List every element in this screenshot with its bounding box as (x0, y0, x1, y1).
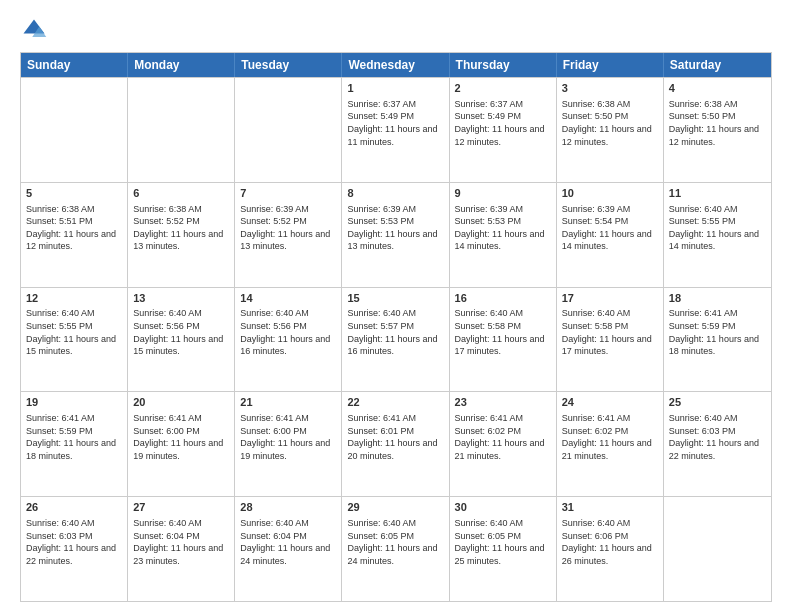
calendar-day-26: 26Sunrise: 6:40 AM Sunset: 6:03 PM Dayli… (21, 497, 128, 601)
day-info: Sunrise: 6:40 AM Sunset: 5:55 PM Dayligh… (669, 203, 766, 253)
day-info: Sunrise: 6:40 AM Sunset: 6:05 PM Dayligh… (347, 517, 443, 567)
day-info: Sunrise: 6:41 AM Sunset: 6:02 PM Dayligh… (562, 412, 658, 462)
day-info: Sunrise: 6:38 AM Sunset: 5:50 PM Dayligh… (562, 98, 658, 148)
day-info: Sunrise: 6:40 AM Sunset: 6:06 PM Dayligh… (562, 517, 658, 567)
calendar-header-friday: Friday (557, 53, 664, 77)
calendar-day-22: 22Sunrise: 6:41 AM Sunset: 6:01 PM Dayli… (342, 392, 449, 496)
calendar-day-14: 14Sunrise: 6:40 AM Sunset: 5:56 PM Dayli… (235, 288, 342, 392)
day-number: 29 (347, 500, 443, 515)
day-number: 20 (133, 395, 229, 410)
calendar-header-wednesday: Wednesday (342, 53, 449, 77)
logo-icon (20, 16, 48, 44)
day-info: Sunrise: 6:40 AM Sunset: 5:58 PM Dayligh… (562, 307, 658, 357)
calendar-day-13: 13Sunrise: 6:40 AM Sunset: 5:56 PM Dayli… (128, 288, 235, 392)
day-info: Sunrise: 6:38 AM Sunset: 5:51 PM Dayligh… (26, 203, 122, 253)
calendar-header-tuesday: Tuesday (235, 53, 342, 77)
day-number: 4 (669, 81, 766, 96)
calendar-day-24: 24Sunrise: 6:41 AM Sunset: 6:02 PM Dayli… (557, 392, 664, 496)
calendar-day-18: 18Sunrise: 6:41 AM Sunset: 5:59 PM Dayli… (664, 288, 771, 392)
day-number: 31 (562, 500, 658, 515)
day-info: Sunrise: 6:38 AM Sunset: 5:52 PM Dayligh… (133, 203, 229, 253)
day-number: 18 (669, 291, 766, 306)
calendar-week-4: 19Sunrise: 6:41 AM Sunset: 5:59 PM Dayli… (21, 391, 771, 496)
logo (20, 16, 52, 44)
calendar-day-6: 6Sunrise: 6:38 AM Sunset: 5:52 PM Daylig… (128, 183, 235, 287)
day-info: Sunrise: 6:41 AM Sunset: 5:59 PM Dayligh… (26, 412, 122, 462)
day-info: Sunrise: 6:39 AM Sunset: 5:52 PM Dayligh… (240, 203, 336, 253)
calendar-day-4: 4Sunrise: 6:38 AM Sunset: 5:50 PM Daylig… (664, 78, 771, 182)
day-info: Sunrise: 6:40 AM Sunset: 5:55 PM Dayligh… (26, 307, 122, 357)
day-number: 9 (455, 186, 551, 201)
calendar-day-12: 12Sunrise: 6:40 AM Sunset: 5:55 PM Dayli… (21, 288, 128, 392)
calendar-empty-cell (128, 78, 235, 182)
day-info: Sunrise: 6:40 AM Sunset: 5:56 PM Dayligh… (240, 307, 336, 357)
day-number: 14 (240, 291, 336, 306)
page: SundayMondayTuesdayWednesdayThursdayFrid… (0, 0, 792, 612)
calendar-day-21: 21Sunrise: 6:41 AM Sunset: 6:00 PM Dayli… (235, 392, 342, 496)
day-number: 22 (347, 395, 443, 410)
day-info: Sunrise: 6:40 AM Sunset: 6:03 PM Dayligh… (26, 517, 122, 567)
calendar-day-8: 8Sunrise: 6:39 AM Sunset: 5:53 PM Daylig… (342, 183, 449, 287)
calendar-day-17: 17Sunrise: 6:40 AM Sunset: 5:58 PM Dayli… (557, 288, 664, 392)
day-info: Sunrise: 6:40 AM Sunset: 5:57 PM Dayligh… (347, 307, 443, 357)
day-number: 2 (455, 81, 551, 96)
day-info: Sunrise: 6:40 AM Sunset: 6:05 PM Dayligh… (455, 517, 551, 567)
day-info: Sunrise: 6:39 AM Sunset: 5:53 PM Dayligh… (347, 203, 443, 253)
day-number: 5 (26, 186, 122, 201)
day-number: 25 (669, 395, 766, 410)
day-info: Sunrise: 6:40 AM Sunset: 6:04 PM Dayligh… (133, 517, 229, 567)
calendar-header-row: SundayMondayTuesdayWednesdayThursdayFrid… (21, 53, 771, 77)
day-number: 27 (133, 500, 229, 515)
day-info: Sunrise: 6:41 AM Sunset: 6:00 PM Dayligh… (133, 412, 229, 462)
day-number: 6 (133, 186, 229, 201)
calendar-day-9: 9Sunrise: 6:39 AM Sunset: 5:53 PM Daylig… (450, 183, 557, 287)
day-number: 30 (455, 500, 551, 515)
day-info: Sunrise: 6:41 AM Sunset: 5:59 PM Dayligh… (669, 307, 766, 357)
day-number: 16 (455, 291, 551, 306)
calendar-header-sunday: Sunday (21, 53, 128, 77)
day-number: 7 (240, 186, 336, 201)
calendar-empty-cell (21, 78, 128, 182)
day-info: Sunrise: 6:40 AM Sunset: 5:58 PM Dayligh… (455, 307, 551, 357)
calendar-header-saturday: Saturday (664, 53, 771, 77)
day-number: 28 (240, 500, 336, 515)
day-number: 17 (562, 291, 658, 306)
calendar-day-16: 16Sunrise: 6:40 AM Sunset: 5:58 PM Dayli… (450, 288, 557, 392)
calendar-day-15: 15Sunrise: 6:40 AM Sunset: 5:57 PM Dayli… (342, 288, 449, 392)
day-info: Sunrise: 6:40 AM Sunset: 5:56 PM Dayligh… (133, 307, 229, 357)
day-number: 10 (562, 186, 658, 201)
calendar-week-5: 26Sunrise: 6:40 AM Sunset: 6:03 PM Dayli… (21, 496, 771, 601)
day-number: 11 (669, 186, 766, 201)
calendar-day-5: 5Sunrise: 6:38 AM Sunset: 5:51 PM Daylig… (21, 183, 128, 287)
calendar-header-monday: Monday (128, 53, 235, 77)
day-info: Sunrise: 6:41 AM Sunset: 6:00 PM Dayligh… (240, 412, 336, 462)
calendar-day-27: 27Sunrise: 6:40 AM Sunset: 6:04 PM Dayli… (128, 497, 235, 601)
day-info: Sunrise: 6:37 AM Sunset: 5:49 PM Dayligh… (455, 98, 551, 148)
day-number: 21 (240, 395, 336, 410)
calendar-day-28: 28Sunrise: 6:40 AM Sunset: 6:04 PM Dayli… (235, 497, 342, 601)
calendar-week-3: 12Sunrise: 6:40 AM Sunset: 5:55 PM Dayli… (21, 287, 771, 392)
day-number: 12 (26, 291, 122, 306)
calendar-body: 1Sunrise: 6:37 AM Sunset: 5:49 PM Daylig… (21, 77, 771, 601)
calendar-day-3: 3Sunrise: 6:38 AM Sunset: 5:50 PM Daylig… (557, 78, 664, 182)
calendar: SundayMondayTuesdayWednesdayThursdayFrid… (20, 52, 772, 602)
calendar-day-10: 10Sunrise: 6:39 AM Sunset: 5:54 PM Dayli… (557, 183, 664, 287)
calendar-week-1: 1Sunrise: 6:37 AM Sunset: 5:49 PM Daylig… (21, 77, 771, 182)
calendar-day-20: 20Sunrise: 6:41 AM Sunset: 6:00 PM Dayli… (128, 392, 235, 496)
day-info: Sunrise: 6:39 AM Sunset: 5:53 PM Dayligh… (455, 203, 551, 253)
day-number: 24 (562, 395, 658, 410)
calendar-day-7: 7Sunrise: 6:39 AM Sunset: 5:52 PM Daylig… (235, 183, 342, 287)
day-number: 1 (347, 81, 443, 96)
day-info: Sunrise: 6:39 AM Sunset: 5:54 PM Dayligh… (562, 203, 658, 253)
day-number: 26 (26, 500, 122, 515)
day-info: Sunrise: 6:38 AM Sunset: 5:50 PM Dayligh… (669, 98, 766, 148)
calendar-header-thursday: Thursday (450, 53, 557, 77)
calendar-day-1: 1Sunrise: 6:37 AM Sunset: 5:49 PM Daylig… (342, 78, 449, 182)
day-info: Sunrise: 6:41 AM Sunset: 6:02 PM Dayligh… (455, 412, 551, 462)
day-number: 8 (347, 186, 443, 201)
day-number: 3 (562, 81, 658, 96)
calendar-day-25: 25Sunrise: 6:40 AM Sunset: 6:03 PM Dayli… (664, 392, 771, 496)
calendar-empty-cell (664, 497, 771, 601)
day-info: Sunrise: 6:41 AM Sunset: 6:01 PM Dayligh… (347, 412, 443, 462)
day-number: 19 (26, 395, 122, 410)
